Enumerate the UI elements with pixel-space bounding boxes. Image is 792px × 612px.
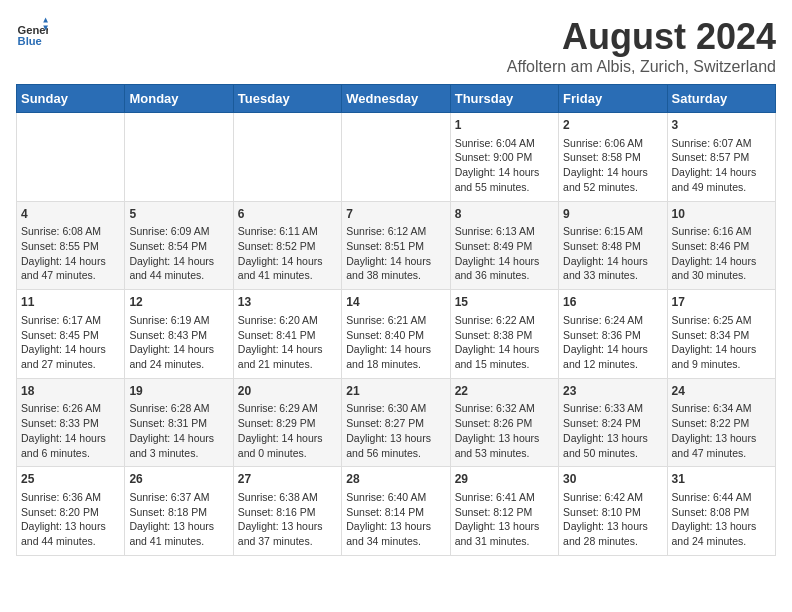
day-number: 17	[672, 294, 771, 311]
calendar-cell: 21Sunrise: 6:30 AMSunset: 8:27 PMDayligh…	[342, 378, 450, 467]
calendar-cell: 5Sunrise: 6:09 AMSunset: 8:54 PMDaylight…	[125, 201, 233, 290]
day-number: 18	[21, 383, 120, 400]
col-friday: Friday	[559, 85, 667, 113]
calendar-cell	[17, 113, 125, 202]
day-number: 26	[129, 471, 228, 488]
day-number: 22	[455, 383, 554, 400]
day-info-line: Daylight: 14 hours and 36 minutes.	[455, 254, 554, 283]
day-info-line: Sunset: 8:36 PM	[563, 328, 662, 343]
day-info-line: Sunset: 8:14 PM	[346, 505, 445, 520]
day-info-line: Sunset: 8:12 PM	[455, 505, 554, 520]
calendar-cell: 6Sunrise: 6:11 AMSunset: 8:52 PMDaylight…	[233, 201, 341, 290]
day-info-line: Daylight: 13 hours and 31 minutes.	[455, 519, 554, 548]
day-info-line: Daylight: 13 hours and 44 minutes.	[21, 519, 120, 548]
page-subtitle: Affoltern am Albis, Zurich, Switzerland	[507, 58, 776, 76]
day-info-line: Sunset: 8:51 PM	[346, 239, 445, 254]
day-info-line: Sunset: 8:57 PM	[672, 150, 771, 165]
day-number: 29	[455, 471, 554, 488]
calendar-cell: 19Sunrise: 6:28 AMSunset: 8:31 PMDayligh…	[125, 378, 233, 467]
day-info-line: Sunset: 8:40 PM	[346, 328, 445, 343]
day-number: 31	[672, 471, 771, 488]
calendar-cell: 13Sunrise: 6:20 AMSunset: 8:41 PMDayligh…	[233, 290, 341, 379]
day-info-line: Sunset: 8:58 PM	[563, 150, 662, 165]
day-number: 23	[563, 383, 662, 400]
day-info-line: Sunrise: 6:09 AM	[129, 224, 228, 239]
day-info-line: Sunset: 8:26 PM	[455, 416, 554, 431]
day-info-line: Sunrise: 6:42 AM	[563, 490, 662, 505]
day-number: 30	[563, 471, 662, 488]
col-sunday: Sunday	[17, 85, 125, 113]
day-info-line: Sunset: 8:38 PM	[455, 328, 554, 343]
calendar-cell: 10Sunrise: 6:16 AMSunset: 8:46 PMDayligh…	[667, 201, 775, 290]
calendar-cell: 1Sunrise: 6:04 AMSunset: 9:00 PMDaylight…	[450, 113, 558, 202]
day-number: 4	[21, 206, 120, 223]
page-title: August 2024	[507, 16, 776, 58]
day-info-line: Sunrise: 6:40 AM	[346, 490, 445, 505]
day-info-line: Sunset: 8:24 PM	[563, 416, 662, 431]
day-info-line: Daylight: 14 hours and 27 minutes.	[21, 342, 120, 371]
week-row-3: 11Sunrise: 6:17 AMSunset: 8:45 PMDayligh…	[17, 290, 776, 379]
day-info-line: Sunrise: 6:06 AM	[563, 136, 662, 151]
day-info-line: Daylight: 13 hours and 50 minutes.	[563, 431, 662, 460]
day-info-line: Sunrise: 6:41 AM	[455, 490, 554, 505]
day-info-line: Daylight: 14 hours and 38 minutes.	[346, 254, 445, 283]
day-number: 3	[672, 117, 771, 134]
day-info-line: Sunset: 8:52 PM	[238, 239, 337, 254]
day-info-line: Daylight: 14 hours and 6 minutes.	[21, 431, 120, 460]
calendar-cell	[342, 113, 450, 202]
col-thursday: Thursday	[450, 85, 558, 113]
day-info-line: Sunset: 8:45 PM	[21, 328, 120, 343]
day-info-line: Daylight: 14 hours and 30 minutes.	[672, 254, 771, 283]
col-monday: Monday	[125, 85, 233, 113]
calendar-table: Sunday Monday Tuesday Wednesday Thursday…	[16, 84, 776, 556]
day-info-line: Sunrise: 6:33 AM	[563, 401, 662, 416]
day-info-line: Daylight: 14 hours and 55 minutes.	[455, 165, 554, 194]
day-info-line: Sunrise: 6:17 AM	[21, 313, 120, 328]
logo: General Blue	[16, 16, 48, 48]
calendar-cell: 18Sunrise: 6:26 AMSunset: 8:33 PMDayligh…	[17, 378, 125, 467]
day-info-line: Sunrise: 6:36 AM	[21, 490, 120, 505]
day-info-line: Sunrise: 6:22 AM	[455, 313, 554, 328]
day-info-line: Sunrise: 6:25 AM	[672, 313, 771, 328]
day-info-line: Sunset: 8:22 PM	[672, 416, 771, 431]
day-number: 19	[129, 383, 228, 400]
day-info-line: Sunrise: 6:12 AM	[346, 224, 445, 239]
day-info-line: Daylight: 14 hours and 44 minutes.	[129, 254, 228, 283]
col-saturday: Saturday	[667, 85, 775, 113]
calendar-cell: 11Sunrise: 6:17 AMSunset: 8:45 PMDayligh…	[17, 290, 125, 379]
day-info-line: Daylight: 14 hours and 52 minutes.	[563, 165, 662, 194]
calendar-header-row: Sunday Monday Tuesday Wednesday Thursday…	[17, 85, 776, 113]
day-info-line: Daylight: 14 hours and 9 minutes.	[672, 342, 771, 371]
day-info-line: Daylight: 13 hours and 28 minutes.	[563, 519, 662, 548]
col-wednesday: Wednesday	[342, 85, 450, 113]
col-tuesday: Tuesday	[233, 85, 341, 113]
day-number: 11	[21, 294, 120, 311]
day-info-line: Sunset: 8:41 PM	[238, 328, 337, 343]
day-info-line: Daylight: 14 hours and 15 minutes.	[455, 342, 554, 371]
calendar-cell: 7Sunrise: 6:12 AMSunset: 8:51 PMDaylight…	[342, 201, 450, 290]
day-info-line: Daylight: 14 hours and 47 minutes.	[21, 254, 120, 283]
day-number: 2	[563, 117, 662, 134]
day-info-line: Sunset: 8:54 PM	[129, 239, 228, 254]
calendar-cell: 2Sunrise: 6:06 AMSunset: 8:58 PMDaylight…	[559, 113, 667, 202]
day-info-line: Sunset: 8:18 PM	[129, 505, 228, 520]
day-number: 16	[563, 294, 662, 311]
week-row-2: 4Sunrise: 6:08 AMSunset: 8:55 PMDaylight…	[17, 201, 776, 290]
day-info-line: Daylight: 13 hours and 41 minutes.	[129, 519, 228, 548]
calendar-cell: 8Sunrise: 6:13 AMSunset: 8:49 PMDaylight…	[450, 201, 558, 290]
calendar-cell: 23Sunrise: 6:33 AMSunset: 8:24 PMDayligh…	[559, 378, 667, 467]
week-row-4: 18Sunrise: 6:26 AMSunset: 8:33 PMDayligh…	[17, 378, 776, 467]
svg-marker-2	[43, 18, 48, 23]
calendar-cell: 29Sunrise: 6:41 AMSunset: 8:12 PMDayligh…	[450, 467, 558, 556]
day-number: 21	[346, 383, 445, 400]
day-info-line: Daylight: 14 hours and 3 minutes.	[129, 431, 228, 460]
day-number: 28	[346, 471, 445, 488]
day-info-line: Sunset: 8:34 PM	[672, 328, 771, 343]
calendar-cell: 27Sunrise: 6:38 AMSunset: 8:16 PMDayligh…	[233, 467, 341, 556]
day-number: 15	[455, 294, 554, 311]
day-info-line: Sunrise: 6:26 AM	[21, 401, 120, 416]
day-info-line: Sunrise: 6:34 AM	[672, 401, 771, 416]
day-info-line: Sunrise: 6:19 AM	[129, 313, 228, 328]
day-number: 8	[455, 206, 554, 223]
day-info-line: Sunset: 8:33 PM	[21, 416, 120, 431]
